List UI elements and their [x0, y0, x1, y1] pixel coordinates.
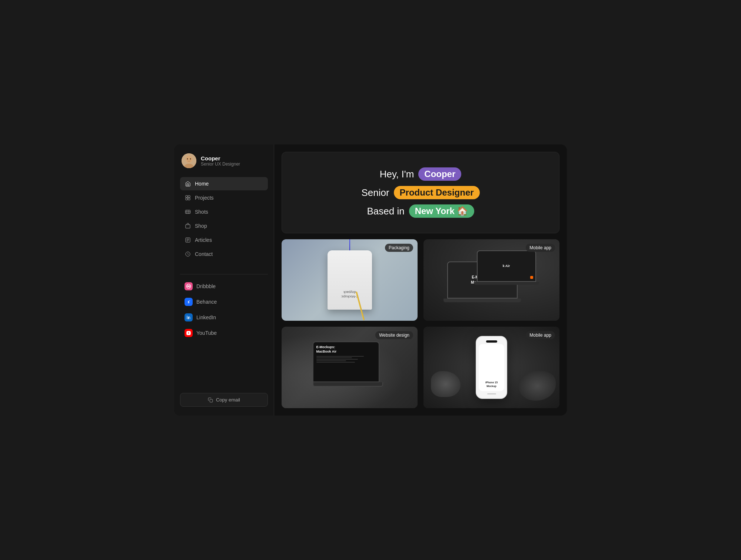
profile-info: Cooper Senior UX Designer [201, 155, 240, 167]
social-item-youtube[interactable]: YouTube [180, 326, 268, 340]
social-item-behance[interactable]: Behance [180, 294, 268, 309]
packaging-label: E-Mockups:doypack [341, 290, 359, 299]
hero-badge-location: New York 🏠 [409, 204, 474, 218]
grid-item-website[interactable]: E-Mockups:MacBook Air [282, 327, 418, 408]
hero-line-3: Based in New York 🏠 [367, 204, 474, 218]
copy-email-label: Copy email [216, 397, 240, 403]
dot-line [316, 360, 346, 361]
dot-line [316, 356, 364, 357]
hero-line-2: Senior Product Designer [361, 186, 479, 199]
dribbble-icon [185, 282, 193, 290]
svg-rect-14 [189, 301, 190, 301]
macbook-group: E-Mockups:MacBook Air k Air [443, 247, 540, 313]
packaging-tube [349, 239, 350, 250]
macbook-front: k Air [477, 250, 536, 291]
svg-rect-6 [188, 196, 190, 197]
dot-line [316, 359, 358, 360]
main-content: Hey, I'm Cooper Senior Product Designer … [274, 144, 567, 416]
dot-line [316, 362, 355, 363]
iphone-home-indicator [487, 393, 496, 394]
nav-label-projects: Projects [195, 195, 214, 201]
orange-accent [530, 276, 533, 279]
laptop-screen-content: E-Mockups:MacBook Air [313, 342, 379, 381]
macbook-back-base [443, 299, 521, 302]
tag-mobile-app-2: Mobile app [526, 331, 555, 339]
rock-right [519, 371, 556, 401]
svg-point-1 [186, 156, 192, 163]
grid-item-iphone[interactable]: iPhone 15Mockup Mobile app [423, 327, 559, 408]
dot-line [316, 357, 352, 358]
macbook-front-base [474, 282, 539, 285]
social-label-dribbble: Dribbble [196, 283, 216, 289]
nav-label-home: Home [195, 181, 209, 187]
iphone-label: iPhone 15Mockup [485, 381, 498, 388]
svg-point-3 [187, 158, 188, 160]
macbook-front-screen: k Air [477, 250, 536, 282]
nav-label-shots: Shots [195, 209, 208, 215]
youtube-icon [185, 329, 193, 337]
nav-item-contact[interactable]: Contact [180, 247, 268, 261]
laptop-screen-outer: E-Mockups:MacBook Air [313, 341, 379, 382]
nav-item-projects[interactable]: Projects [180, 191, 268, 204]
grid-item-packaging[interactable]: E-Mockups:doypack Packaging [282, 239, 418, 321]
grid-item-mobile-app-1[interactable]: E-Mockups:MacBook Air k Air [423, 239, 559, 321]
profile-section: Cooper Senior UX Designer [180, 153, 268, 168]
copy-email-button[interactable]: Copy email [180, 393, 268, 407]
home-icon [185, 180, 191, 187]
shop-icon [185, 223, 191, 229]
packaging-mockup: E-Mockups:doypack [328, 250, 372, 310]
social-label-youtube: YouTube [196, 330, 217, 336]
hero-line-1: Hey, I'm Cooper [380, 167, 462, 181]
hero-section: Hey, I'm Cooper Senior Product Designer … [282, 152, 559, 233]
nav-section: Home Projects Shots Shop [180, 177, 268, 261]
packaging-straw [355, 291, 365, 320]
svg-point-4 [190, 158, 191, 160]
rock-left [431, 371, 461, 397]
avatar [182, 153, 196, 168]
svg-rect-7 [186, 198, 187, 200]
laptop-device: E-Mockups:MacBook Air [313, 341, 387, 393]
sidebar: Cooper Senior UX Designer Home Projects [174, 144, 274, 416]
hero-prefix-3: Based in [367, 206, 404, 217]
portfolio-grid: E-Mockups:doypack Packaging E-Mockups:Ma… [282, 239, 559, 408]
profile-name: Cooper [201, 155, 240, 161]
svg-rect-5 [186, 196, 187, 197]
copy-icon [208, 397, 213, 403]
linkedin-icon [185, 313, 193, 321]
hero-prefix-1: Hey, I'm [380, 169, 414, 180]
hero-badge-role: Product Designer [394, 186, 480, 199]
app-window: Cooper Senior UX Designer Home Projects [174, 144, 567, 416]
avatar-image [182, 153, 196, 168]
svg-rect-15 [210, 399, 213, 402]
profile-title: Senior UX Designer [201, 161, 240, 167]
iphone-screen: iPhone 15Mockup [479, 344, 504, 391]
svg-rect-8 [188, 198, 190, 200]
nav-label-shop: Shop [195, 223, 207, 229]
social-item-dribbble[interactable]: Dribbble [180, 279, 268, 294]
nav-label-articles: Articles [195, 237, 212, 243]
laptop-base [313, 382, 383, 387]
svg-rect-10 [186, 225, 190, 228]
shots-icon [185, 209, 191, 215]
nav-divider [180, 274, 268, 274]
behance-icon [185, 298, 193, 306]
nav-item-articles[interactable]: Articles [180, 233, 268, 247]
tag-packaging: Packaging [385, 244, 413, 252]
nav-item-shop[interactable]: Shop [180, 219, 268, 233]
macbook-front-text: k Air [503, 264, 510, 269]
social-section: Dribbble Behance LinkedIn [180, 279, 268, 393]
tag-website: Website design [375, 331, 413, 339]
iphone-device: iPhone 15Mockup [476, 336, 507, 399]
laptop-screen-dots [316, 356, 376, 363]
nav-item-home[interactable]: Home [180, 177, 268, 190]
nav-item-shots[interactable]: Shots [180, 205, 268, 219]
hero-prefix-2: Senior [361, 187, 389, 199]
social-label-behance: Behance [196, 299, 217, 305]
hero-badge-name: Cooper [418, 167, 461, 181]
social-label-linkedin: LinkedIn [196, 314, 216, 320]
social-item-linkedin[interactable]: LinkedIn [180, 310, 268, 325]
projects-icon [185, 194, 191, 201]
nav-label-contact: Contact [195, 251, 213, 257]
iphone-notch [486, 340, 497, 343]
laptop-screen-title: E-Mockups:MacBook Air [316, 345, 376, 354]
